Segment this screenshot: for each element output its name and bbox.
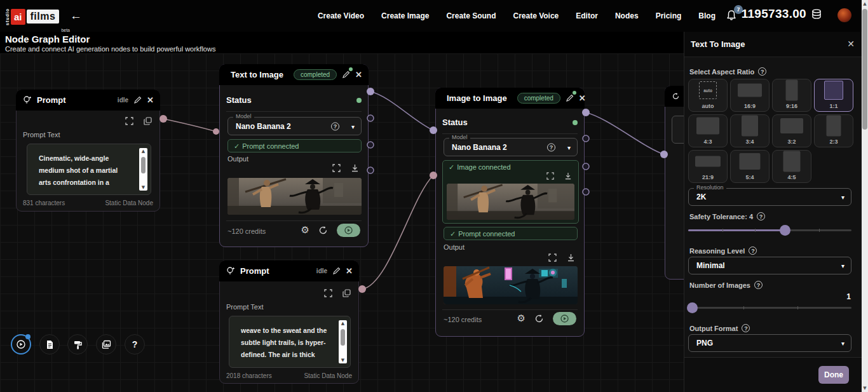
model-select[interactable]: Model Nano Banana 2 ? ▾ xyxy=(227,117,362,135)
slider-thumb[interactable] xyxy=(780,225,790,236)
ratio-option-3-2[interactable]: 3:2 xyxy=(772,114,811,147)
run-node-button[interactable] xyxy=(553,312,576,325)
expand-icon[interactable] xyxy=(546,172,554,180)
scrollbar-thumb[interactable] xyxy=(862,9,867,130)
download-icon[interactable] xyxy=(567,253,575,262)
reasoning-help-icon[interactable]: ? xyxy=(749,247,757,255)
nav-pricing[interactable]: Pricing xyxy=(656,11,682,20)
close-icon[interactable]: ✕ xyxy=(579,93,586,103)
ratio-option-21-9[interactable]: 21:9 xyxy=(688,150,728,183)
scroll-down-icon[interactable]: ▼ xyxy=(139,185,147,190)
model-help-icon[interactable]: ? xyxy=(547,143,555,151)
refresh-icon[interactable] xyxy=(318,226,328,235)
copy-icon[interactable] xyxy=(342,289,351,297)
close-icon[interactable]: ✕ xyxy=(346,266,353,276)
edit-pencil-icon[interactable] xyxy=(133,96,142,104)
input-image-thumbnail[interactable] xyxy=(447,184,574,220)
prompt-textarea[interactable]: Cinematic, wide-angle medium shot of a m… xyxy=(27,144,151,195)
gallery-button[interactable] xyxy=(96,334,116,355)
run-workflow-button[interactable] xyxy=(11,334,31,355)
num-images-help-icon[interactable]: ? xyxy=(754,281,763,289)
prompt-node-1[interactable]: Prompt idle ✕ Prompt Text Cinematic, wid… xyxy=(16,90,160,212)
scroll-down-icon[interactable]: ▼ xyxy=(339,358,347,363)
slider-thumb[interactable] xyxy=(687,302,698,313)
resolution-select[interactable]: Resolution 2K ▾ xyxy=(688,188,851,206)
edit-pencil-icon[interactable] xyxy=(566,94,574,102)
text-to-image-node[interactable]: Text to Image completed ✕ Status Model N… xyxy=(219,64,369,247)
textarea-scrollbar[interactable]: ▲ ▼ xyxy=(339,320,347,363)
text-to-image-node-header[interactable]: Text to Image completed ✕ xyxy=(219,64,369,85)
notifications-bell-icon[interactable]: 7 xyxy=(725,9,739,23)
run-node-button[interactable] xyxy=(337,224,360,237)
nav-create-image[interactable]: Create Image xyxy=(381,11,429,20)
nav-create-sound[interactable]: Create Sound xyxy=(446,11,496,20)
page-scrollbar[interactable]: ▲ ▼ xyxy=(862,0,868,392)
textarea-scrollbar[interactable]: ▲ ▼ xyxy=(139,148,147,191)
scroll-down-icon[interactable]: ▼ xyxy=(862,386,868,391)
image-to-image-node-header[interactable]: Image to Image completed ✕ xyxy=(435,88,585,109)
ratio-option-4-3[interactable]: 4:3 xyxy=(688,114,728,147)
ratio-option-4-5[interactable]: 4:5 xyxy=(772,150,811,183)
output-format-select[interactable]: PNG ▾ xyxy=(688,334,851,352)
download-icon[interactable] xyxy=(351,164,359,172)
notes-button[interactable] xyxy=(39,334,60,355)
scroll-up-icon[interactable]: ▲ xyxy=(339,321,347,326)
credit-balance[interactable]: 1195733.00 xyxy=(742,7,822,21)
model-select[interactable]: Model Nano Banana 2 ? ▾ xyxy=(444,138,578,156)
panel-close-icon[interactable]: ✕ xyxy=(847,39,855,49)
ratio-option-16-9[interactable]: 16:9 xyxy=(730,79,770,112)
logo-ai-text: ai xyxy=(11,9,25,25)
panel-header: Text To Image ✕ xyxy=(684,32,862,57)
output-image-thumbnail[interactable] xyxy=(444,266,578,304)
image-to-image-node[interactable]: Image to Image completed ✕ Status Model … xyxy=(435,88,585,337)
model-help-icon[interactable]: ? xyxy=(331,122,339,130)
nav-nodes[interactable]: Nodes xyxy=(615,11,639,20)
scroll-up-icon[interactable]: ▲ xyxy=(139,149,147,154)
refresh-icon[interactable] xyxy=(534,314,544,323)
gear-icon[interactable]: ⚙ xyxy=(301,226,309,235)
output-image-thumbnail[interactable] xyxy=(227,178,362,215)
scrollbar-thumb[interactable] xyxy=(341,329,345,346)
scroll-up-icon[interactable]: ▲ xyxy=(862,1,868,6)
user-avatar[interactable] xyxy=(837,8,851,22)
gear-icon[interactable]: ⚙ xyxy=(517,314,526,323)
close-icon[interactable]: ✕ xyxy=(355,70,362,79)
help-button[interactable]: ? xyxy=(125,334,145,355)
prompt-node-2[interactable]: Prompt idle ✕ Prompt Text weave to the s… xyxy=(219,260,359,384)
done-button[interactable]: Done xyxy=(818,366,849,384)
expand-icon[interactable] xyxy=(324,289,332,297)
prompt-textarea[interactable]: weave to the sweat and the subtle light … xyxy=(229,316,351,368)
aspect-ratio-grid: auto auto 16:9 9:16 1:1 4:3 3:4 xyxy=(688,79,855,183)
back-arrow-icon[interactable]: ← xyxy=(70,9,82,23)
nav-editor[interactable]: Editor xyxy=(576,11,598,20)
close-icon[interactable]: ✕ xyxy=(147,95,154,105)
ratio-option-5-4[interactable]: 5:4 xyxy=(730,150,770,183)
ratio-option-3-4[interactable]: 3:4 xyxy=(730,114,770,147)
prompt-node-2-header[interactable]: Prompt idle ✕ xyxy=(219,260,359,281)
edit-pencil-icon[interactable] xyxy=(342,71,350,79)
output-format-help-icon[interactable]: ? xyxy=(742,324,750,332)
copy-icon[interactable] xyxy=(144,117,152,125)
scrollbar-thumb[interactable] xyxy=(141,157,146,173)
expand-icon[interactable] xyxy=(548,253,557,262)
aspect-ratio-help-icon[interactable]: ? xyxy=(758,67,766,76)
app-logo[interactable]: studio ai films beta xyxy=(5,4,69,29)
edit-pencil-icon[interactable] xyxy=(332,267,341,275)
download-icon[interactable] xyxy=(564,172,572,180)
prompt-node-1-header[interactable]: Prompt idle ✕ xyxy=(16,90,160,111)
expand-icon[interactable] xyxy=(125,117,133,125)
safety-tolerance-slider[interactable] xyxy=(688,225,851,235)
nav-create-voice[interactable]: Create Voice xyxy=(513,11,559,20)
ratio-option-2-3[interactable]: 2:3 xyxy=(814,114,853,147)
prompt-text-value: Cinematic, wide-angle medium shot of a m… xyxy=(39,152,129,191)
styles-button[interactable] xyxy=(67,334,88,355)
expand-icon[interactable] xyxy=(332,164,341,172)
nav-blog[interactable]: Blog xyxy=(698,11,715,20)
safety-help-icon[interactable]: ? xyxy=(757,212,765,220)
ratio-option-auto[interactable]: auto auto xyxy=(688,79,728,112)
nav-create-video[interactable]: Create Video xyxy=(318,11,364,20)
reasoning-level-select[interactable]: Minimal ▾ xyxy=(688,257,851,274)
ratio-option-1-1-selected[interactable]: 1:1 xyxy=(814,79,853,112)
ratio-option-9-16[interactable]: 9:16 xyxy=(772,79,811,112)
number-of-images-slider[interactable] xyxy=(688,302,851,313)
